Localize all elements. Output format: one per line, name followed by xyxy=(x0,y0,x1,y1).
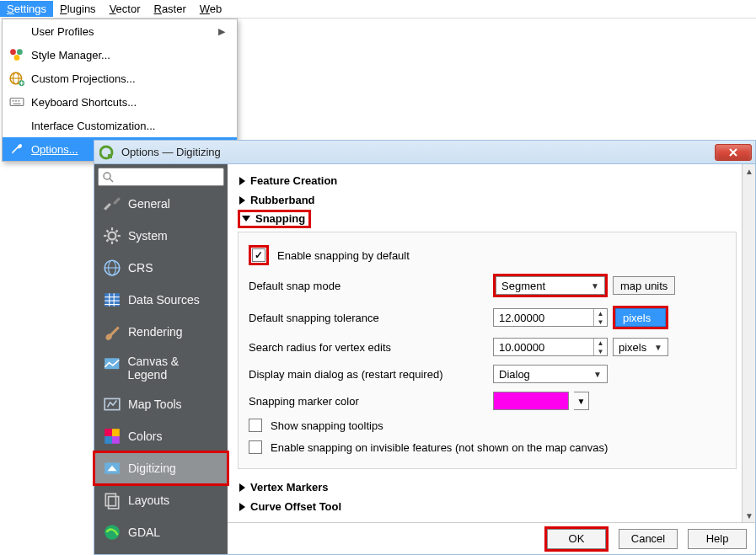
titlebar[interactable]: Options — Digitizing xyxy=(94,141,755,164)
menubar: Settings Plugins Vector Raster Web xyxy=(0,0,756,19)
sidebar-item-label: Digitizing xyxy=(128,462,176,475)
menu-item-label: User Profiles xyxy=(31,25,212,38)
spin-up-icon[interactable]: ▲ xyxy=(594,309,607,318)
snap-mode-select[interactable]: Segment▼ xyxy=(496,276,605,295)
menu-item-custom-projections[interactable]: Custom Projections... xyxy=(3,67,237,90)
vertical-scrollbar[interactable]: ▲ ▼ xyxy=(742,164,755,522)
tolerance-label: Default snapping tolerance xyxy=(249,312,485,324)
sidebar-item-system[interactable]: System xyxy=(94,220,228,252)
help-button[interactable]: Help xyxy=(688,529,747,549)
menu-item-keyboard-shortcuts[interactable]: Keyboard Shortcuts... xyxy=(3,90,237,114)
sidebar-item-map-tools[interactable]: Map Tools xyxy=(94,388,228,420)
qgis-icon xyxy=(99,145,115,160)
scroll-up-icon[interactable]: ▲ xyxy=(743,164,756,178)
svg-line-25 xyxy=(106,230,108,232)
colors-icon xyxy=(103,427,121,446)
enable-invisible-label: Enable snapping on invisible features (n… xyxy=(271,441,608,454)
svg-point-2 xyxy=(14,55,20,61)
sidebar-item-canvas-legend[interactable]: Canvas & Legend xyxy=(94,348,228,388)
wrench-icon xyxy=(9,141,24,157)
section-vertex-markers[interactable]: Vertex Markers xyxy=(238,478,737,497)
snap-mode-label: Default snap mode xyxy=(249,280,485,292)
menu-item-user-profiles[interactable]: User Profiles ▶ xyxy=(3,19,237,43)
menu-raster[interactable]: Raster xyxy=(147,1,193,17)
sidebar-item-data-sources[interactable]: Data Sources xyxy=(94,284,228,316)
globe-plus-icon xyxy=(9,71,24,86)
globe-icon xyxy=(103,259,121,277)
unit-pixels-button[interactable]: pixels xyxy=(615,308,666,327)
spin-down-icon[interactable]: ▼ xyxy=(594,318,607,326)
sidebar-item-rendering[interactable]: Rendering xyxy=(94,316,228,348)
spinner-value: 12.00000 xyxy=(494,312,593,324)
sidebar-item-layouts[interactable]: Layouts xyxy=(94,484,228,516)
options-sidebar: General System CRS Data Sources Renderin… xyxy=(94,164,228,554)
sidebar-item-colors[interactable]: Colors xyxy=(94,420,228,452)
submenu-arrow-icon: ▶ xyxy=(218,26,225,37)
enable-snapping-checkbox[interactable]: ✓ xyxy=(252,248,265,262)
style-manager-icon xyxy=(9,47,24,62)
section-label: Feature Creation xyxy=(250,174,337,187)
select-value: pixels xyxy=(619,341,646,354)
sidebar-item-digitizing[interactable]: Digitizing xyxy=(94,452,228,484)
options-dialog: Options — Digitizing General System CRS … xyxy=(94,140,756,555)
marker-color-button[interactable] xyxy=(493,392,569,410)
tolerance-spinner[interactable]: 12.00000▲▼ xyxy=(493,308,608,327)
caret-down-icon: ▼ xyxy=(593,370,602,379)
section-tracing[interactable]: Tracing xyxy=(238,516,737,522)
svg-rect-9 xyxy=(10,99,24,106)
sidebar-item-general[interactable]: General xyxy=(94,188,228,220)
menu-item-interface-customization[interactable]: Interface Customization... xyxy=(3,114,237,137)
highlight-annotation: Snapping xyxy=(238,210,311,228)
show-tooltips-checkbox[interactable] xyxy=(249,419,262,432)
spin-up-icon[interactable]: ▲ xyxy=(594,339,607,347)
menu-plugins[interactable]: Plugins xyxy=(53,1,103,17)
svg-rect-43 xyxy=(112,436,120,444)
svg-line-28 xyxy=(106,239,108,241)
search-icon xyxy=(102,171,114,183)
marker-color-label: Snapping marker color xyxy=(249,395,485,408)
menu-settings[interactable]: Settings xyxy=(0,1,53,17)
svg-point-20 xyxy=(109,232,116,240)
options-search-input[interactable] xyxy=(98,168,224,186)
sidebar-item-crs[interactable]: CRS xyxy=(94,252,228,284)
ok-button[interactable]: OK xyxy=(547,529,606,549)
sidebar-item-label: Colors xyxy=(128,430,162,443)
dialog-title: Options — Digitizing xyxy=(121,146,221,158)
section-label: Rubberband xyxy=(250,194,315,206)
search-radius-spinner[interactable]: 10.00000▲▼ xyxy=(493,338,608,356)
menu-web[interactable]: Web xyxy=(193,1,229,17)
enable-invisible-checkbox[interactable] xyxy=(249,440,262,454)
cancel-button[interactable]: Cancel xyxy=(619,529,678,549)
sidebar-item-gdal[interactable]: GDAL xyxy=(94,516,228,548)
svg-line-27 xyxy=(115,230,117,232)
section-rubberband[interactable]: Rubberband xyxy=(238,190,737,210)
expand-right-icon xyxy=(239,483,245,492)
menu-vector[interactable]: Vector xyxy=(103,1,147,17)
section-feature-creation[interactable]: Feature Creation xyxy=(238,171,737,190)
svg-rect-41 xyxy=(112,429,120,436)
close-button[interactable] xyxy=(715,144,752,161)
svg-rect-40 xyxy=(105,429,112,436)
expand-right-icon xyxy=(239,196,245,205)
caret-down-icon: ▼ xyxy=(654,343,662,352)
section-snapping[interactable]: Snapping xyxy=(242,212,305,225)
svg-line-26 xyxy=(115,239,117,241)
marker-color-dropdown[interactable]: ▼ xyxy=(574,392,589,410)
section-label: Vertex Markers xyxy=(250,481,329,494)
scroll-down-icon[interactable]: ▼ xyxy=(743,509,756,522)
expand-right-icon xyxy=(239,503,245,511)
section-curve-offset[interactable]: Curve Offset Tool xyxy=(238,497,737,516)
svg-rect-15 xyxy=(108,154,112,158)
svg-rect-45 xyxy=(105,494,115,505)
menu-item-style-manager[interactable]: Style Manager... xyxy=(3,43,237,67)
search-radius-unit-select[interactable]: pixels▼ xyxy=(613,338,668,356)
expand-down-icon xyxy=(242,216,250,221)
sidebar-item-label: Data Sources xyxy=(128,293,200,307)
display-dialog-select[interactable]: Dialog▼ xyxy=(493,365,608,383)
table-icon xyxy=(103,291,121,309)
unit-map-units-button[interactable]: map units xyxy=(613,276,675,295)
sidebar-item-label: CRS xyxy=(128,261,153,275)
show-tooltips-label: Show snapping tooltips xyxy=(271,419,383,432)
spin-down-icon[interactable]: ▼ xyxy=(594,347,607,355)
snapping-group: ✓ Enable snapping by default Default sna… xyxy=(238,232,737,469)
